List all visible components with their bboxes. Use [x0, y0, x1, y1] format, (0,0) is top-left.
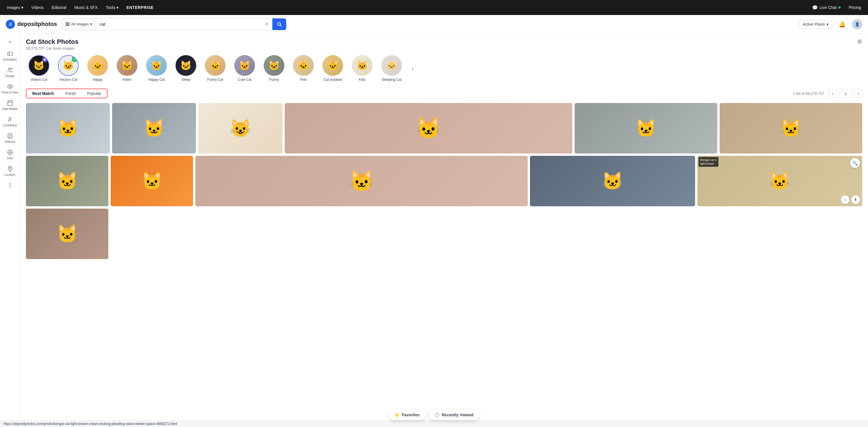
image-grid-row1: 🐱 🐱 😺 🐱 🐱 🐱	[26, 103, 862, 153]
main-content: Cat Stock Photos 59,279,707 Cat stock im…	[20, 33, 868, 427]
top-nav: Images ▾ Videos Editorial Music & SFX To…	[0, 0, 868, 15]
vectors-cat-image: 🐱	[63, 60, 74, 71]
search-clear-button[interactable]: ✕	[261, 21, 272, 27]
scroll-right-button[interactable]: ›	[408, 58, 417, 79]
sidebar: » Orientation People Point of View Date …	[0, 33, 20, 427]
download-button-11[interactable]: ⬇	[851, 195, 860, 204]
image-card-6[interactable]: 🐱	[720, 103, 862, 153]
image-card-5[interactable]: 🐱	[575, 103, 717, 153]
image-card-3[interactable]: 😺	[198, 103, 282, 153]
image-card-8[interactable]: 🐱	[111, 156, 193, 206]
pricing-link[interactable]: Pricing	[849, 5, 861, 10]
page-title: Cat Stock Photos	[26, 38, 79, 46]
image-card-12[interactable]: 🐱	[26, 208, 108, 259]
sidebar-item-date[interactable]: Date Added	[0, 97, 20, 113]
page-input[interactable]	[839, 89, 852, 97]
orientation-label: Orientation	[3, 58, 17, 61]
prev-page-button[interactable]: ‹	[829, 89, 837, 97]
sort-tab-popular[interactable]: Popular	[81, 89, 106, 98]
nav-enterprise[interactable]: ENTERPRISE	[126, 5, 154, 10]
page-title-block: Cat Stock Photos 59,279,707 Cat stock im…	[26, 38, 79, 51]
category-kitten[interactable]: 🐱 Kitten	[114, 55, 140, 82]
category-label-videos-cat: Videos Cat	[31, 78, 47, 82]
category-videos-cat[interactable]: 🐱 ▶ Videos Cat	[26, 55, 52, 82]
cute-cat-image: 🐱	[239, 60, 250, 71]
active-plans-button[interactable]: Active Plans ▾	[799, 20, 832, 29]
cat-isolated-image: 🐱	[327, 60, 339, 71]
live-chat-button[interactable]: 💬 Live Chat	[812, 5, 841, 10]
category-kitty[interactable]: 🐱 Kitty	[349, 55, 375, 82]
star-icon: ⭐	[395, 412, 399, 417]
favorites-button[interactable]: ⭐ Favorites	[389, 410, 425, 420]
cat-image-1: 🐱	[26, 103, 110, 153]
avatar[interactable]: 👤	[852, 19, 862, 29]
category-label-pets: Pets	[300, 78, 307, 82]
logo[interactable]: d depositphotos	[6, 20, 57, 29]
nav-videos[interactable]: Videos	[31, 5, 44, 10]
sidebar-item-contributor[interactable]: Contributor	[0, 113, 20, 130]
date-label: Date Added	[2, 107, 17, 111]
nav-music[interactable]: Music & SFX	[74, 5, 98, 10]
svg-rect-0	[7, 52, 12, 55]
people-label: People	[5, 75, 14, 78]
search-button[interactable]	[272, 18, 286, 30]
sort-tab-best-match[interactable]: Best Match	[27, 89, 60, 98]
sidebar-item-people[interactable]: People	[0, 64, 20, 81]
image-card-9[interactable]: 🐱	[195, 156, 528, 206]
sidebar-item-orientation[interactable]: Orientation	[0, 48, 20, 64]
bell-icon: 🔔	[839, 21, 846, 28]
favorite-button-11[interactable]: ☆	[841, 195, 849, 204]
sidebar-toggle[interactable]: »	[0, 36, 20, 48]
nav-images[interactable]: Images ▾	[7, 5, 23, 10]
funny-image: 🐱	[268, 60, 280, 71]
category-label-sleeping-cat: Sleeping Cat	[382, 78, 402, 82]
notifications-button[interactable]: 🔔	[837, 19, 847, 29]
nav-editorial[interactable]: Editorial	[52, 5, 66, 10]
images-arrow-icon: ▾	[21, 5, 23, 10]
category-label-cute-cat: Cute Cat	[238, 78, 251, 82]
recently-viewed-button[interactable]: 🕐 Recently Viewed	[429, 410, 479, 420]
page-count: 1-60 of 59,279,707	[793, 91, 824, 96]
category-pets[interactable]: 🐱 Pets	[290, 55, 316, 82]
editorial-icon	[7, 133, 13, 139]
cat-image-11: 🐱	[698, 156, 862, 206]
search-input[interactable]	[96, 22, 261, 27]
category-happy-cat[interactable]: 🐱 Happy Cat	[144, 55, 169, 82]
category-sleeping-cat[interactable]: 🐱 Sleeping Cat	[379, 55, 405, 82]
svg-point-3	[11, 68, 12, 69]
page-header: Cat Stock Photos 59,279,707 Cat stock im…	[26, 38, 862, 51]
image-card-7[interactable]: 🐱	[26, 156, 108, 206]
category-cat-isolated[interactable]: 🐱 Cat Isolated	[320, 55, 346, 82]
sidebar-item-location[interactable]: Location	[0, 163, 20, 179]
category-vectors-cat[interactable]: 🐱 ✏ Vectors Cat	[55, 55, 81, 82]
search-bar: 🖼 All Images ▾ ✕	[62, 18, 286, 30]
sidebar-item-pov[interactable]: Point of View	[0, 81, 20, 97]
zoom-button[interactable]: 🔍	[850, 158, 860, 168]
category-happy[interactable]: 🐱 Happy	[85, 55, 111, 82]
image-card-1[interactable]: 🐱	[26, 103, 110, 153]
sort-tab-fresh[interactable]: Fresh	[60, 89, 82, 98]
nav-tools[interactable]: Tools ▾	[106, 5, 119, 10]
next-page-button[interactable]: ›	[854, 89, 862, 97]
category-funny[interactable]: 🐱 Funny	[261, 55, 287, 82]
category-funny-cat[interactable]: 🐱 Funny Cat	[202, 55, 228, 82]
image-card-10[interactable]: 🐱	[530, 156, 695, 206]
pov-label: Point of View	[1, 91, 18, 94]
avatar-icon: 👤	[855, 22, 860, 27]
video-badge: ▶	[42, 56, 48, 62]
category-sleep[interactable]: 🐱 Sleep	[173, 55, 199, 82]
settings-icon[interactable]: ⚙	[857, 38, 862, 45]
sidebar-item-color[interactable]: Color	[0, 146, 20, 163]
sidebar-item-editorial[interactable]: Editorial	[0, 130, 20, 146]
svg-point-2	[8, 68, 10, 70]
category-scroll: 🐱 ▶ Videos Cat 🐱 ✏ Vectors Cat 🐱 Happy	[26, 55, 862, 84]
happy-cat-image: 🐱	[151, 60, 162, 71]
image-card-2[interactable]: 🐱	[112, 103, 196, 153]
category-label-kitty: Kitty	[359, 78, 365, 82]
sidebar-item-more[interactable]	[0, 179, 20, 191]
image-card-11[interactable]: 🐱 Bengal cat inlight brown 🔍 ☆ ⬇	[698, 156, 862, 206]
search-type-dropdown[interactable]: 🖼 All Images ▾	[62, 19, 96, 30]
image-card-4[interactable]: 🐱	[285, 103, 572, 153]
svg-point-17	[10, 183, 10, 184]
category-cute-cat[interactable]: 🐱 Cute Cat	[232, 55, 258, 82]
